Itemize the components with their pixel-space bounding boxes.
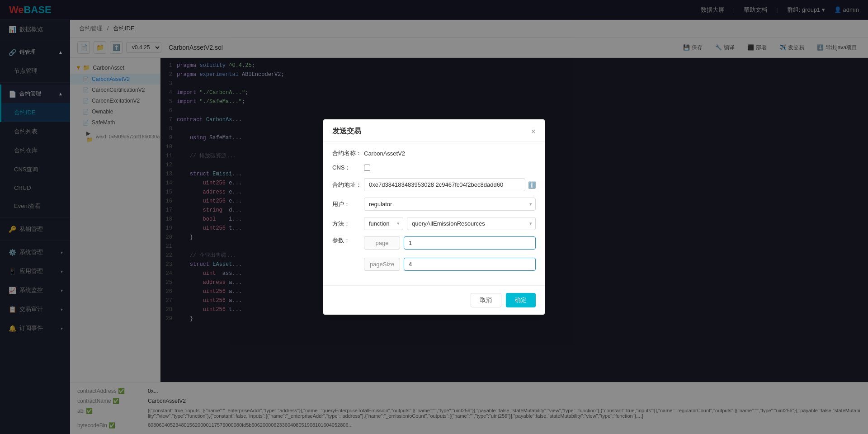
param-name-pagesize: pageSize — [364, 258, 400, 271]
method-type-select[interactable]: function constructor — [364, 217, 403, 230]
modal-overlay[interactable]: 发送交易 × 合约名称： CarbonAssetV2 CNS： 合约地址： ℹ️ — [0, 0, 868, 434]
method-row: 方法： function constructor queryAllEmissio… — [332, 217, 536, 230]
params-container: page pageSize — [364, 236, 536, 275]
method-name-select[interactable]: queryAllEmissionResources — [407, 217, 536, 230]
contract-name-form-value: CarbonAssetV2 — [364, 150, 536, 157]
address-input[interactable] — [364, 178, 525, 191]
confirm-button[interactable]: 确定 — [506, 293, 536, 307]
address-row: 合约地址： ℹ️ — [332, 178, 536, 191]
send-tx-modal: 发送交易 × 合约名称： CarbonAssetV2 CNS： 合约地址： ℹ️ — [323, 119, 545, 315]
param-name-page: page — [364, 236, 400, 250]
modal-footer: 取消 确定 — [323, 285, 545, 315]
param-row-page: page — [364, 236, 536, 250]
param-row-pagesize: pageSize — [364, 258, 536, 271]
contract-name-form-label: 合约名称： — [332, 149, 364, 157]
contract-name-row: 合约名称： CarbonAssetV2 — [332, 149, 536, 157]
info-icon[interactable]: ℹ️ — [528, 181, 536, 189]
param-value-pagesize[interactable] — [404, 258, 536, 271]
modal-close-button[interactable]: × — [531, 127, 536, 136]
modal-header: 发送交易 × — [323, 119, 545, 142]
cns-label: CNS： — [332, 164, 364, 172]
method-label: 方法： — [332, 220, 364, 228]
user-row: 用户： regulator — [332, 198, 536, 211]
user-select[interactable]: regulator — [364, 198, 536, 211]
user-select-wrapper: regulator — [364, 198, 536, 211]
params-row: 参数： page pageSize — [332, 236, 536, 275]
cancel-button[interactable]: 取消 — [471, 293, 501, 307]
modal-title: 发送交易 — [332, 127, 361, 136]
method-type-wrapper: function constructor — [364, 217, 403, 230]
address-form-label: 合约地址： — [332, 181, 364, 189]
param-value-page[interactable] — [404, 236, 536, 250]
params-label: 参数： — [332, 236, 364, 245]
method-name-wrapper: queryAllEmissionResources — [407, 217, 536, 230]
cns-row: CNS： — [332, 164, 536, 172]
user-label: 用户： — [332, 200, 364, 208]
method-fields: function constructor queryAllEmissionRes… — [364, 217, 536, 230]
cns-checkbox[interactable] — [364, 165, 370, 171]
modal-body: 合约名称： CarbonAssetV2 CNS： 合约地址： ℹ️ 用户： re… — [323, 142, 545, 285]
